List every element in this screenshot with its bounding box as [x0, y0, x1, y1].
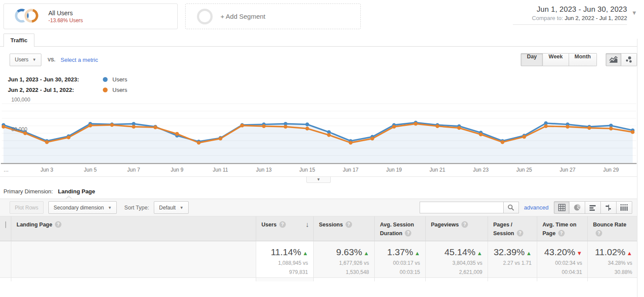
- table-view-performance-button[interactable]: [585, 201, 601, 214]
- pivot-icon: [620, 204, 628, 211]
- table-view-group: [554, 201, 632, 214]
- segment-bar: All Users -13.68% Users + Add Segment Ju…: [0, 0, 644, 33]
- date-range-underline: [513, 24, 627, 25]
- row-bounce-rate-cell: 11.02%▲ 34.28% vs 30.88%: [588, 241, 637, 278]
- segment-card-all-users[interactable]: All Users -13.68% Users: [3, 3, 178, 29]
- help-icon[interactable]: ?: [517, 230, 523, 236]
- chevron-down-icon: ▼: [108, 206, 112, 210]
- granularity-month-button[interactable]: Month: [569, 53, 597, 66]
- select-a-metric-link[interactable]: Select a metric: [61, 57, 98, 63]
- svg-text:Jun 29: Jun 29: [603, 167, 619, 173]
- help-icon[interactable]: ?: [279, 221, 286, 228]
- table-toolbar: Plot Rows Secondary dimension ▼ Sort Typ…: [0, 199, 637, 216]
- primary-dimension-label: Primary Dimension:: [3, 188, 53, 195]
- svg-text:…: …: [3, 167, 9, 173]
- svg-text:Jun 17: Jun 17: [343, 167, 359, 173]
- row-sessions-cell: 9.63%▲ 1,677,926 vs 1,530,548: [314, 241, 375, 278]
- svg-text:Jun 19: Jun 19: [386, 167, 402, 173]
- header-bounce-rate[interactable]: Bounce Rate?: [588, 216, 637, 241]
- primary-dimension-value[interactable]: Landing Page: [58, 188, 95, 195]
- row-pages-per-session-cell: 32.39%▲ 2.27 vs 1.71: [488, 241, 537, 278]
- legend-dot-blue-icon: [103, 77, 108, 82]
- header-avg-time-on-page[interactable]: Avg. Time on Page?: [537, 216, 588, 241]
- plot-rows-button[interactable]: Plot Rows: [10, 201, 44, 214]
- row-avg-time-on-page-cell: 43.20%▼ 00:02:34 vs 00:04:31: [537, 241, 588, 278]
- row-pageviews-cell: 45.14%▲ 3,804,035 vs 2,621,009: [426, 241, 488, 278]
- svg-text:Jun 3: Jun 3: [41, 167, 54, 173]
- trend-chart-svg[interactable]: 100,00050,000…Jun 3Jun 5Jun 7Jun 9Jun 11…: [0, 98, 644, 175]
- chart-collapse-button[interactable]: ▼: [306, 177, 331, 183]
- comparison-icon: [605, 205, 612, 211]
- search-icon: [508, 204, 514, 211]
- legend-row-primary: Jun 1, 2023 - Jun 30, 2023: Users: [8, 74, 644, 84]
- table-view-percentage-button[interactable]: [569, 201, 585, 214]
- date-range-primary: Jun 1, 2023 - Jun 30, 2023: [537, 5, 627, 14]
- select-all-checkbox[interactable]: [5, 221, 6, 228]
- bar-list-icon: [590, 205, 597, 211]
- svg-text:Jun 5: Jun 5: [84, 167, 97, 173]
- table-view-data-button[interactable]: [554, 201, 569, 214]
- metric-toolbar: Users ▼ vs. Select a metric Day Week Mon…: [0, 47, 644, 70]
- secondary-dimension-dropdown[interactable]: Secondary dimension ▼: [48, 201, 117, 214]
- change-up-icon: ▲: [477, 250, 482, 256]
- add-segment-button[interactable]: + Add Segment: [185, 3, 361, 29]
- report-tab-bar: Traffic: [0, 33, 644, 47]
- table-view-pivot-button[interactable]: [617, 201, 632, 214]
- svg-text:Jun 15: Jun 15: [299, 167, 315, 173]
- date-range-picker[interactable]: Jun 1, 2023 - Jun 30, 2023 Compare to: J…: [513, 3, 637, 29]
- tab-traffic[interactable]: Traffic: [3, 34, 34, 47]
- change-up-icon: ▲: [363, 250, 369, 256]
- header-sessions[interactable]: Sessions?: [314, 216, 375, 241]
- line-chart-icon: [609, 56, 618, 63]
- table-summary-row: 11.14%▲ 1,088,945 vs 979,831 9.63%▲ 1,67…: [0, 241, 637, 278]
- granularity-group: Day Week Month: [521, 53, 597, 66]
- data-grid-icon: [558, 204, 566, 211]
- header-avg-session-duration[interactable]: Avg. Session Duration?: [375, 216, 426, 241]
- help-icon[interactable]: ?: [346, 221, 352, 228]
- header-landing-page[interactable]: Landing Page?: [11, 216, 256, 241]
- metric-select-dropdown[interactable]: Users ▼: [10, 54, 41, 66]
- svg-text:Jun 21: Jun 21: [430, 167, 445, 173]
- sort-type-dropdown[interactable]: Default ▼: [154, 201, 189, 214]
- header-pageviews[interactable]: Pageviews?: [426, 216, 488, 241]
- table-search-button[interactable]: [503, 202, 519, 213]
- content-right-border: [637, 39, 637, 297]
- svg-text:100,000: 100,000: [11, 98, 31, 103]
- chart-type-group: [606, 53, 637, 66]
- advanced-search-link[interactable]: advanced: [524, 204, 549, 211]
- chevron-down-icon: ▼: [180, 206, 183, 210]
- sort-type-label: Sort Type:: [124, 205, 149, 211]
- table-search: [420, 202, 519, 213]
- change-up-icon: ▲: [414, 250, 420, 256]
- segment-donut-icon: [14, 7, 41, 26]
- change-up-icon: ▲: [627, 250, 632, 256]
- table-header-row: Landing Page? Users? ↓ Sessions? Avg. Se…: [0, 216, 637, 241]
- motion-chart-view-button[interactable]: [621, 53, 637, 66]
- line-chart-view-button[interactable]: [606, 53, 621, 66]
- legend-row-compare: Jun 2, 2022 - Jul 1, 2022: Users: [8, 84, 644, 95]
- svg-text:Jun 7: Jun 7: [127, 167, 140, 173]
- table-view-comparison-button[interactable]: [601, 201, 617, 214]
- header-pages-per-session[interactable]: Pages / Session?: [488, 216, 537, 241]
- help-icon[interactable]: ?: [405, 230, 411, 236]
- svg-text:Jun 11: Jun 11: [213, 167, 228, 173]
- header-users[interactable]: Users? ↓: [256, 216, 314, 241]
- help-icon[interactable]: ?: [558, 230, 565, 236]
- change-up-icon: ▲: [302, 250, 308, 256]
- segment-title: All Users: [48, 9, 83, 17]
- bubble-chart-icon: [625, 56, 633, 63]
- table-search-input[interactable]: [420, 202, 503, 213]
- svg-text:50,000: 50,000: [11, 126, 27, 132]
- row-avg-session-duration-cell: 1.37%▲ 00:03:17 vs 00:03:15: [375, 241, 426, 278]
- granularity-week-button[interactable]: Week: [543, 53, 569, 66]
- landing-page-table: Landing Page? Users? ↓ Sessions? Avg. Se…: [0, 216, 637, 281]
- sort-descending-icon[interactable]: ↓: [305, 220, 309, 229]
- help-icon[interactable]: ?: [55, 221, 61, 228]
- table-row-clipped: [0, 278, 637, 281]
- date-range-caret-icon[interactable]: ▼: [631, 10, 637, 16]
- chevron-down-icon: ▼: [32, 57, 36, 62]
- granularity-day-button[interactable]: Day: [521, 53, 543, 66]
- help-icon[interactable]: ?: [461, 221, 468, 228]
- help-icon[interactable]: ?: [596, 230, 602, 236]
- header-checkbox-cell: [0, 216, 11, 241]
